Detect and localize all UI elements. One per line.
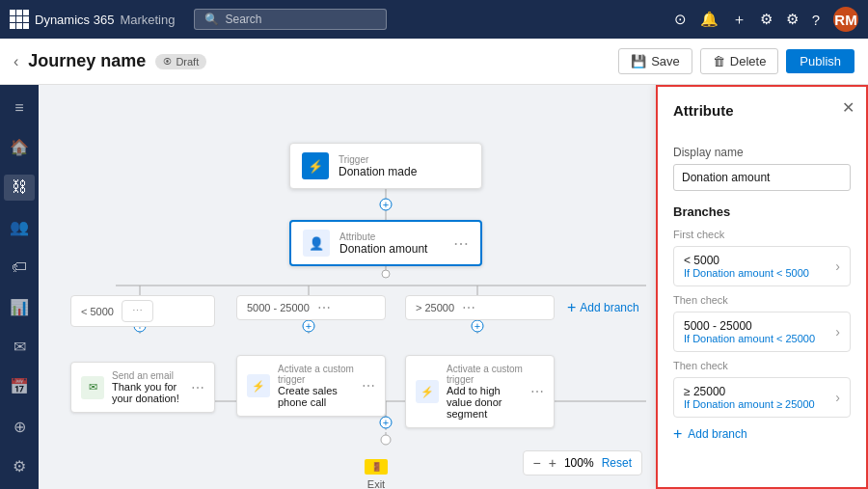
zoom-controls: − + 100% Reset: [523, 450, 642, 475]
custom-trigger-icon-2: ⚡: [416, 380, 439, 403]
top-navigation: Dynamics 365 Marketing 🔍 Search ⊙ 🔔 ＋ ⚙ …: [0, 0, 868, 39]
svg-point-4: [382, 270, 390, 278]
branch-card-3-cond: If Donation amount ≥ 25000: [684, 398, 815, 410]
status-badge: ⦿ Draft: [155, 54, 206, 69]
branch-card-1[interactable]: < 5000 If Donation amount < 5000 ›: [673, 246, 851, 286]
action-node-3[interactable]: ⚡ Activate a custom trigger Add to high …: [405, 355, 555, 428]
action-2-name: Create sales phone call: [278, 385, 354, 408]
branch-card-2[interactable]: 5000 - 25000 If Donation amount < 25000 …: [673, 312, 851, 352]
trigger-node[interactable]: ⚡ Trigger Donation made: [289, 143, 482, 189]
search-placeholder: Search: [225, 13, 261, 26]
branch-card-1-cond: If Donation amount < 5000: [684, 267, 809, 279]
email-icon: ✉: [81, 376, 104, 399]
exit-label: Exit: [367, 478, 385, 489]
branch-1-more[interactable]: ⋯: [122, 300, 153, 322]
svg-text:+: +: [383, 417, 389, 428]
add-branch-plus-icon: +: [673, 425, 682, 443]
zoom-in-button[interactable]: +: [549, 455, 556, 471]
trigger-icon: ⚡: [302, 152, 329, 179]
journey-canvas[interactable]: + +: [39, 85, 656, 489]
branch-2-more[interactable]: ⋯: [317, 300, 331, 315]
branch-3-container: > 25000 ⋯ ⚡ Activate a custom trigger Ad…: [405, 295, 555, 428]
sidebar-home-icon[interactable]: 🏠: [4, 134, 35, 160]
attribute-more-button[interactable]: ⋯: [453, 234, 469, 253]
attribute-type: Attribute: [339, 231, 427, 242]
first-check-label: First check: [673, 229, 851, 240]
branch-card-2-arrow-icon: ›: [835, 324, 840, 340]
sidebar-tag-icon[interactable]: 🏷: [4, 254, 35, 280]
action-node-1[interactable]: ✉ Send an email Thank you for your donat…: [70, 362, 215, 413]
sidebar-segment-icon[interactable]: ⊕: [4, 413, 35, 439]
branch-card-2-cond: If Donation amount < 25000: [684, 333, 815, 344]
action-1-name: Thank you for your donation!: [112, 381, 183, 404]
app-logo[interactable]: Dynamics 365 Marketing: [10, 10, 175, 29]
publish-button[interactable]: Publish: [786, 49, 854, 73]
trigger-name: Donation made: [339, 165, 417, 178]
zoom-reset-button[interactable]: Reset: [602, 456, 632, 470]
back-button[interactable]: ‹: [14, 53, 18, 70]
delete-button[interactable]: 🗑 Delete: [700, 48, 779, 74]
add-branch-button[interactable]: + Add branch: [567, 299, 639, 316]
sidebar-people-icon[interactable]: 👥: [4, 214, 35, 240]
then-check-label-2: Then check: [673, 360, 851, 371]
sub-header: ‹ Journey name ⦿ Draft 💾 Save 🗑 Delete P…: [0, 39, 868, 85]
zoom-level: 100%: [564, 456, 594, 470]
sidebar-settings-icon[interactable]: ⚙: [4, 453, 35, 479]
help-icon[interactable]: ?: [812, 12, 820, 28]
branch-1-condition: < 5000: [81, 306, 114, 317]
sidebar-analytics-icon[interactable]: 📊: [4, 293, 35, 319]
branch-3-more[interactable]: ⋯: [462, 300, 475, 315]
branches-section-title: Branches: [673, 204, 851, 219]
exit-icon: 🚪: [365, 459, 388, 475]
then-check-label-1: Then check: [673, 294, 851, 306]
recent-icon[interactable]: ⊙: [674, 11, 687, 28]
action-2-more[interactable]: ⋯: [362, 378, 375, 394]
display-name-input[interactable]: [673, 164, 851, 191]
save-icon: 💾: [631, 54, 646, 68]
attribute-icon: 👤: [303, 230, 330, 257]
sidebar-calendar-icon[interactable]: 📅: [4, 373, 35, 399]
branch-1-container: < 5000 ⋯ ✉ Send an email Thank you for y…: [70, 295, 215, 413]
attribute-node[interactable]: 👤 Attribute Donation amount ⋯: [289, 220, 482, 266]
branch-1-header: < 5000 ⋯: [70, 295, 215, 327]
settings-icon[interactable]: ⚙: [786, 11, 799, 28]
branch-card-3-arrow-icon: ›: [835, 390, 840, 405]
zoom-out-button[interactable]: −: [533, 455, 541, 471]
sidebar-menu-icon[interactable]: ≡: [4, 95, 35, 121]
search-icon: 🔍: [204, 13, 219, 26]
attribute-panel: Attribute ✕ Display name Branches First …: [656, 85, 868, 489]
branch-card-3[interactable]: ≥ 25000 If Donation amount ≥ 25000 ›: [673, 377, 851, 418]
svg-text:+: +: [383, 199, 389, 210]
svg-point-1: [380, 199, 392, 210]
search-bar[interactable]: 🔍 Search: [194, 9, 387, 30]
plus-icon[interactable]: ＋: [732, 11, 746, 29]
page-title: Journey name: [28, 51, 146, 71]
grid-icon: [10, 10, 29, 29]
action-1-type: Send an email: [112, 370, 183, 381]
bell-icon[interactable]: 🔔: [700, 11, 719, 28]
panel-close-button[interactable]: ✕: [842, 98, 854, 117]
sidebar-journey-icon[interactable]: ⛓: [4, 175, 35, 201]
branch-2-container: 5000 - 25000 ⋯ ⚡ Activate a custom trigg…: [236, 295, 386, 417]
header-actions: 💾 Save 🗑 Delete Publish: [618, 48, 854, 74]
delete-icon: 🗑: [713, 54, 725, 68]
canvas-area[interactable]: + +: [39, 85, 656, 489]
main-layout: ≡ 🏠 ⛓ 👥 🏷 📊 ✉ 📅 ⊕ ⚙ +: [0, 85, 868, 489]
app-name: Dynamics 365: [35, 13, 114, 27]
filter-icon[interactable]: ⚙: [760, 11, 773, 28]
action-3-type: Activate a custom trigger: [447, 364, 523, 385]
svg-point-26: [380, 417, 392, 428]
action-2-type: Activate a custom trigger: [278, 364, 354, 385]
action-node-2[interactable]: ⚡ Activate a custom trigger Create sales…: [236, 355, 386, 417]
branch-3-header: > 25000 ⋯: [405, 295, 555, 320]
save-button[interactable]: 💾 Save: [618, 48, 692, 74]
avatar-initials: RM: [834, 12, 856, 28]
nav-actions: ⊙ 🔔 ＋ ⚙ ⚙ ? RM: [674, 7, 858, 32]
action-1-more[interactable]: ⋯: [191, 380, 204, 395]
sidebar-email-icon[interactable]: ✉: [4, 334, 35, 360]
action-3-more[interactable]: ⋯: [530, 384, 544, 399]
add-branch-panel-button[interactable]: + Add branch: [673, 425, 851, 443]
branch-2-condition: 5000 - 25000: [247, 302, 310, 313]
branch-card-3-name: ≥ 25000: [684, 385, 815, 398]
avatar[interactable]: RM: [833, 7, 858, 32]
